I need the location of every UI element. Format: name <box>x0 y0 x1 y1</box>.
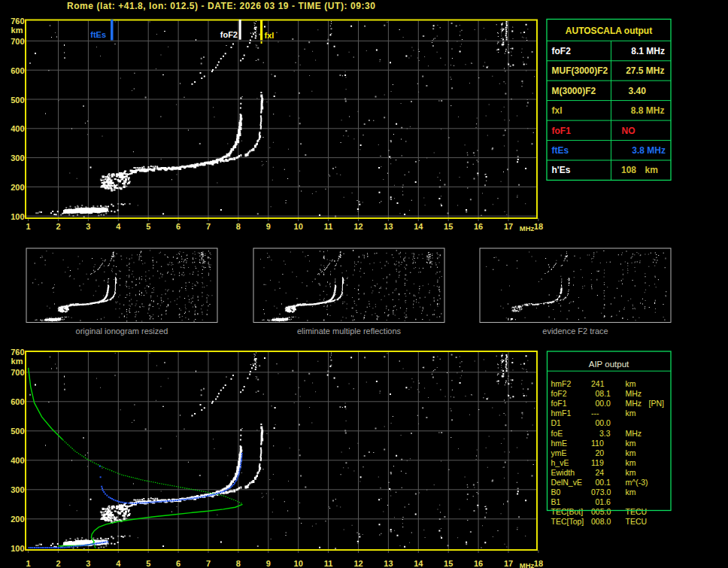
svg-text:13: 13 <box>384 559 393 568</box>
svg-text:km: km <box>626 439 636 448</box>
svg-text:400: 400 <box>11 456 24 465</box>
svg-text:760: 760 <box>11 17 24 26</box>
svg-text:300: 300 <box>11 153 24 163</box>
svg-text:18: 18 <box>534 222 543 231</box>
svg-text:MHz: MHz <box>520 224 535 232</box>
svg-text:16: 16 <box>474 222 483 231</box>
svg-text:foF2: foF2 <box>552 46 572 56</box>
svg-text:MHz: MHz <box>626 399 642 408</box>
svg-text:original ionogram resized: original ionogram resized <box>76 327 168 336</box>
svg-text:14: 14 <box>414 222 423 231</box>
svg-text:km: km <box>626 488 636 497</box>
svg-text:h'Es: h'Es <box>552 165 571 175</box>
svg-text:DelN_vE: DelN_vE <box>551 478 582 487</box>
svg-text:8.8 MHz: 8.8 MHz <box>631 105 665 116</box>
svg-text:fxl: fxl <box>265 31 275 40</box>
svg-text:08.1: 08.1 <box>596 389 611 398</box>
svg-text:hmF2: hmF2 <box>551 379 572 388</box>
svg-text:300: 300 <box>11 485 24 494</box>
svg-text:6: 6 <box>176 559 180 568</box>
svg-text:km: km <box>11 357 23 366</box>
svg-text:760: 760 <box>11 348 24 357</box>
svg-text:3.40: 3.40 <box>629 86 647 96</box>
svg-text:200: 200 <box>11 183 24 192</box>
svg-text:1: 1 <box>26 559 31 568</box>
svg-text:3.3: 3.3 <box>599 429 611 438</box>
svg-text:2: 2 <box>56 559 60 568</box>
svg-text:m^(-3): m^(-3) <box>626 478 648 487</box>
svg-text:24: 24 <box>596 468 605 477</box>
svg-text:700: 700 <box>11 37 24 46</box>
svg-text:fxI: fxI <box>552 105 563 116</box>
svg-text:8: 8 <box>236 559 241 568</box>
svg-text:119: 119 <box>591 458 604 467</box>
svg-text:008.0: 008.0 <box>591 517 611 526</box>
svg-text:1: 1 <box>26 222 31 231</box>
svg-text:foF1: foF1 <box>551 399 567 408</box>
svg-text:D1: D1 <box>551 418 562 427</box>
svg-text:[PN]: [PN] <box>649 399 665 408</box>
svg-text:ftEs: ftEs <box>90 30 106 39</box>
svg-text:TECU: TECU <box>626 507 648 516</box>
svg-text:12: 12 <box>353 222 362 231</box>
svg-text:foF1: foF1 <box>552 126 572 136</box>
svg-text:4: 4 <box>116 222 121 231</box>
svg-text:M(3000)F2: M(3000)F2 <box>552 86 596 96</box>
svg-text:15: 15 <box>444 559 453 568</box>
svg-text:B1: B1 <box>551 497 561 506</box>
svg-text:5: 5 <box>146 222 150 231</box>
svg-text:foF2: foF2 <box>551 389 567 398</box>
svg-text:3.8 MHz: 3.8 MHz <box>632 145 666 156</box>
svg-text:100: 100 <box>11 212 24 221</box>
svg-text:108: 108 <box>621 165 636 175</box>
svg-text:km: km <box>626 448 636 457</box>
svg-text:2: 2 <box>56 222 60 231</box>
svg-text:hmE: hmE <box>551 439 568 448</box>
svg-text:B0: B0 <box>551 488 561 497</box>
svg-text:17: 17 <box>504 559 513 568</box>
svg-text:h_vE: h_vE <box>551 458 569 467</box>
svg-text:16: 16 <box>474 559 483 568</box>
svg-text:9: 9 <box>266 222 271 231</box>
svg-text:27.5 MHz: 27.5 MHz <box>626 65 664 76</box>
svg-text:8: 8 <box>236 222 241 231</box>
svg-text:hmF1: hmF1 <box>551 409 572 418</box>
svg-text:11: 11 <box>324 222 333 231</box>
svg-text:600: 600 <box>11 66 24 75</box>
svg-text:eliminate multiple reflections: eliminate multiple reflections <box>297 327 402 336</box>
svg-text:00.0: 00.0 <box>596 399 611 408</box>
svg-text:3: 3 <box>86 222 90 231</box>
svg-text:18: 18 <box>534 559 543 568</box>
svg-text:TEC[Top]: TEC[Top] <box>551 517 584 526</box>
svg-text:15: 15 <box>444 222 453 231</box>
svg-text:400: 400 <box>11 124 24 133</box>
svg-text:AIP output: AIP output <box>589 360 629 369</box>
svg-text:01.6: 01.6 <box>596 497 611 506</box>
svg-text:MUF(3000)F2: MUF(3000)F2 <box>552 65 608 76</box>
svg-text:005.0: 005.0 <box>591 507 611 516</box>
svg-text:00.1: 00.1 <box>596 478 611 487</box>
svg-text:10: 10 <box>294 222 303 231</box>
svg-text:km: km <box>626 379 636 388</box>
svg-text:km: km <box>645 165 658 175</box>
svg-text:9: 9 <box>266 559 271 568</box>
svg-text:14: 14 <box>414 559 423 568</box>
svg-text:TEC[Bot]: TEC[Bot] <box>551 507 584 516</box>
svg-text:700: 700 <box>11 368 24 377</box>
svg-text:200: 200 <box>11 515 24 524</box>
svg-text:km: km <box>626 468 636 477</box>
svg-text:17: 17 <box>504 222 513 231</box>
svg-text:110: 110 <box>591 439 604 448</box>
svg-text:MHz: MHz <box>520 561 535 568</box>
svg-text:10: 10 <box>294 559 303 568</box>
svg-text:foF2: foF2 <box>220 30 238 39</box>
svg-text:241: 241 <box>591 379 605 388</box>
svg-text:MHz: MHz <box>626 429 642 438</box>
svg-text:00.0: 00.0 <box>596 418 611 427</box>
svg-text:500: 500 <box>11 427 24 436</box>
svg-text:Ewidth: Ewidth <box>551 468 575 477</box>
svg-text:km: km <box>11 26 23 35</box>
svg-text:foE: foE <box>551 429 563 438</box>
svg-text:7: 7 <box>206 222 211 231</box>
svg-text:600: 600 <box>11 397 24 406</box>
